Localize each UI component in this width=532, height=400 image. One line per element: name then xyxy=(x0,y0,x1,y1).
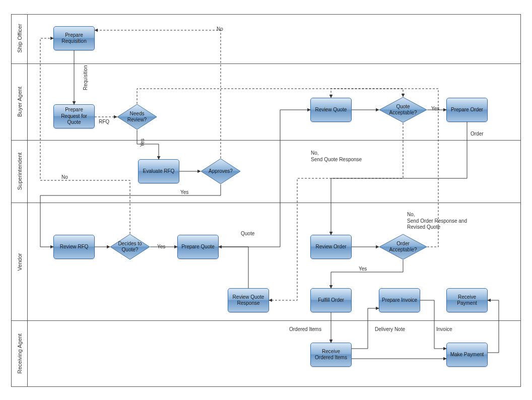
edge-label: Delivery Note xyxy=(375,326,405,333)
lane-header-divider xyxy=(27,14,28,387)
lane-label: Ship Officer xyxy=(17,21,23,56)
edge-label: Ordered Items xyxy=(289,326,321,333)
node-evaluate-rfq: Evaluate RFQ xyxy=(138,159,179,183)
node-review-rfq: Review RFQ xyxy=(53,235,95,259)
edge-label: No, Send Order Response and Revised Quot… xyxy=(407,212,467,231)
node-order-acceptable: Order Acceptable? xyxy=(379,234,427,260)
edge-label: Requisition xyxy=(83,62,89,93)
edge-label: Yes xyxy=(359,266,367,273)
node-prepare-invoice: Prepare Invoice xyxy=(379,288,420,312)
lane-divider xyxy=(11,203,521,203)
node-receive-payment: Receive Payment xyxy=(446,288,488,312)
node-prepare-order: Prepare Order xyxy=(446,98,488,122)
edge-label: Yes xyxy=(431,106,439,112)
lane-divider xyxy=(11,320,521,321)
node-needs-review: Needs Review? xyxy=(117,104,157,130)
lane-label: Superintendent xyxy=(17,148,23,195)
node-review-order: Review Order xyxy=(310,235,352,259)
edge-label: No xyxy=(217,26,223,33)
node-prepare-requisition: Prepare Requisition xyxy=(53,26,95,50)
node-approves: Approves? xyxy=(201,158,241,184)
lane-divider xyxy=(11,140,521,141)
lane-label: Vendor xyxy=(17,249,23,275)
swimlane-diagram: Ship Officer Buyer Agent Superintendent … xyxy=(0,0,532,400)
edge-label: RFQ xyxy=(99,119,109,125)
node-make-payment: Make Payment xyxy=(446,343,488,367)
node-review-quote-response: Review Quote Response xyxy=(228,288,269,312)
node-fulfill-order: Fulfill Order xyxy=(310,288,352,312)
edge-label: No, Send Quote Response xyxy=(311,150,362,163)
node-quote-acceptable: Quote Acceptable? xyxy=(379,97,427,123)
node-prepare-quote: Prepare Quote xyxy=(177,235,219,259)
node-decides-to-quote: Decides to Quote? xyxy=(110,234,150,260)
edge-label: Yes xyxy=(157,244,165,250)
node-prepare-rfq: Prepare Request for Quote xyxy=(53,104,95,128)
lane-label: Receiving Agent xyxy=(17,330,23,377)
edge-label: Invoice xyxy=(436,326,452,333)
lane-label: Buyer Agent xyxy=(17,84,23,119)
edge-label: Order xyxy=(471,131,484,138)
edge-label: Quote xyxy=(241,231,254,237)
node-receive-ordered-items: Receive Ordered Items xyxy=(310,343,352,367)
edge-label: No xyxy=(61,174,68,181)
edge-label: Yes xyxy=(180,189,188,196)
node-review-quote: Review Quote xyxy=(310,98,352,122)
edge-label: Yes xyxy=(140,131,146,147)
